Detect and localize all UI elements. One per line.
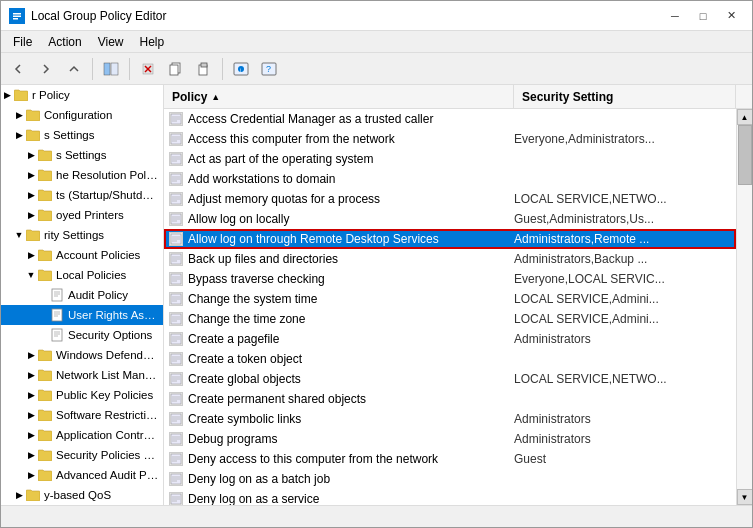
sidebar-expander-19[interactable]: ▶ [25,469,37,481]
scroll-down-button[interactable]: ▼ [737,489,753,505]
forward-button[interactable] [33,56,59,82]
sidebar-expander-14[interactable]: ▶ [25,369,37,381]
sidebar-item-1[interactable]: ▶Configuration [1,105,163,125]
sidebar-expander-15[interactable]: ▶ [25,389,37,401]
sidebar-item-16[interactable]: ▶Software Restriction Policies [1,405,163,425]
sidebar-expander-20[interactable]: ▶ [13,489,25,501]
sidebar-expander-6[interactable]: ▶ [25,209,37,221]
sidebar-item-7[interactable]: ▼rity Settings [1,225,163,245]
menu-view[interactable]: View [90,31,132,53]
minimize-button[interactable]: ─ [662,6,688,26]
sidebar-expander-13[interactable]: ▶ [25,349,37,361]
list-item-0[interactable]: Access Credential Manager as a trusted c… [164,109,736,129]
sidebar-expander-17[interactable]: ▶ [25,429,37,441]
sidebar-expander-4[interactable]: ▶ [25,169,37,181]
list-item-12[interactable]: Create a token object [164,349,736,369]
list-item-13[interactable]: Create global objectsLOCAL SERVICE,NETWO… [164,369,736,389]
list-item-5[interactable]: Allow log on locallyGuest,Administrators… [164,209,736,229]
sidebar-expander-1[interactable]: ▶ [13,109,25,121]
sidebar-label-3: s Settings [56,149,107,161]
sidebar-label-5: ts (Startup/Shutdown) [56,189,159,201]
up-button[interactable] [61,56,87,82]
delete-button[interactable] [135,56,161,82]
list-item-17[interactable]: Deny access to this computer from the ne… [164,449,736,469]
sidebar-expander-7[interactable]: ▼ [13,229,25,241]
sidebar-item-5[interactable]: ▶ts (Startup/Shutdown) [1,185,163,205]
list-item-setting-7: Administrators,Backup ... [514,252,736,266]
list-item-10[interactable]: Change the time zoneLOCAL SERVICE,Admini… [164,309,736,329]
sidebar-expander-12[interactable] [37,329,49,341]
list-item-1[interactable]: Access this computer from the networkEve… [164,129,736,149]
sidebar-item-13[interactable]: ▶Windows Defender Firewall w [1,345,163,365]
sidebar-expander-0[interactable]: ▶ [1,89,13,101]
list-item-18[interactable]: Deny log on as a batch job [164,469,736,489]
svg-rect-1 [13,13,21,15]
sidebar-item-6[interactable]: ▶oyed Printers [1,205,163,225]
app-icon [9,8,25,24]
sidebar-icon-10 [49,287,65,303]
menu-file[interactable]: File [5,31,40,53]
sidebar-expander-5[interactable]: ▶ [25,189,37,201]
sidebar-expander-9[interactable]: ▼ [25,269,37,281]
col-header-policy[interactable]: Policy ▲ [164,85,514,108]
sidebar-expander-16[interactable]: ▶ [25,409,37,421]
list-item-14[interactable]: Create permanent shared objects [164,389,736,409]
menu-action[interactable]: Action [40,31,89,53]
scroll-up-button[interactable]: ▲ [737,109,753,125]
content-list[interactable]: Access Credential Manager as a trusted c… [164,109,736,505]
list-item-4[interactable]: Adjust memory quotas for a processLOCAL … [164,189,736,209]
show-hide-button[interactable] [98,56,124,82]
paste-button[interactable] [191,56,217,82]
scroll-track[interactable] [737,125,752,489]
sidebar-icon-16 [37,407,53,423]
sidebar-icon-2 [25,127,41,143]
properties-button[interactable]: i [228,56,254,82]
sidebar-item-12[interactable]: Security Options [1,325,163,345]
sidebar-item-2[interactable]: ▶s Settings [1,125,163,145]
sidebar-icon-9 [37,267,53,283]
scroll-thumb[interactable] [738,125,752,185]
menu-help[interactable]: Help [132,31,173,53]
svg-rect-2 [13,15,21,17]
close-button[interactable]: ✕ [718,6,744,26]
sidebar-item-19[interactable]: ▶Advanced Audit Policy Confi [1,465,163,485]
list-item-policy-5: Allow log on locally [188,212,514,226]
list-item-6[interactable]: Allow log on through Remote Desktop Serv… [164,229,736,249]
window-controls: ─ □ ✕ [662,6,744,26]
list-item-19[interactable]: Deny log on as a service [164,489,736,505]
list-item-7[interactable]: Back up files and directoriesAdministrat… [164,249,736,269]
list-item-3[interactable]: Add workstations to domain [164,169,736,189]
maximize-button[interactable]: □ [690,6,716,26]
sidebar-item-8[interactable]: ▶Account Policies [1,245,163,265]
sidebar-item-18[interactable]: ▶Security Policies on Local C [1,445,163,465]
list-item-9[interactable]: Change the system timeLOCAL SERVICE,Admi… [164,289,736,309]
sidebar-icon-12 [49,327,65,343]
sidebar-expander-11[interactable] [37,309,49,321]
list-item-11[interactable]: Create a pagefileAdministrators [164,329,736,349]
col-header-setting[interactable]: Security Setting [514,85,736,108]
list-item-8[interactable]: Bypass traverse checkingEveryone,LOCAL S… [164,269,736,289]
sidebar-expander-3[interactable]: ▶ [25,149,37,161]
sidebar-expander-2[interactable]: ▶ [13,129,25,141]
sidebar-item-3[interactable]: ▶s Settings [1,145,163,165]
sidebar-item-4[interactable]: ▶he Resolution Policy [1,165,163,185]
list-item-2[interactable]: Act as part of the operating system [164,149,736,169]
sidebar-expander-8[interactable]: ▶ [25,249,37,261]
list-item-16[interactable]: Debug programsAdministrators [164,429,736,449]
list-item-15[interactable]: Create symbolic linksAdministrators [164,409,736,429]
help-button[interactable]: ? [256,56,282,82]
sidebar-item-0[interactable]: ▶r Policy [1,85,163,105]
sidebar-item-17[interactable]: ▶Application Control Policies [1,425,163,445]
sidebar-expander-18[interactable]: ▶ [25,449,37,461]
window-title: Local Group Policy Editor [31,9,166,23]
sidebar-item-14[interactable]: ▶Network List Manager Policies [1,365,163,385]
sidebar-item-10[interactable]: Audit Policy [1,285,163,305]
back-button[interactable] [5,56,31,82]
vertical-scrollbar[interactable]: ▲ ▼ [736,109,752,505]
sidebar-item-11[interactable]: User Rights Assignment [1,305,163,325]
sidebar-item-20[interactable]: ▶y-based QoS [1,485,163,505]
sidebar-item-15[interactable]: ▶Public Key Policies [1,385,163,405]
sidebar-expander-10[interactable] [37,289,49,301]
copy-button[interactable] [163,56,189,82]
sidebar-item-9[interactable]: ▼Local Policies [1,265,163,285]
